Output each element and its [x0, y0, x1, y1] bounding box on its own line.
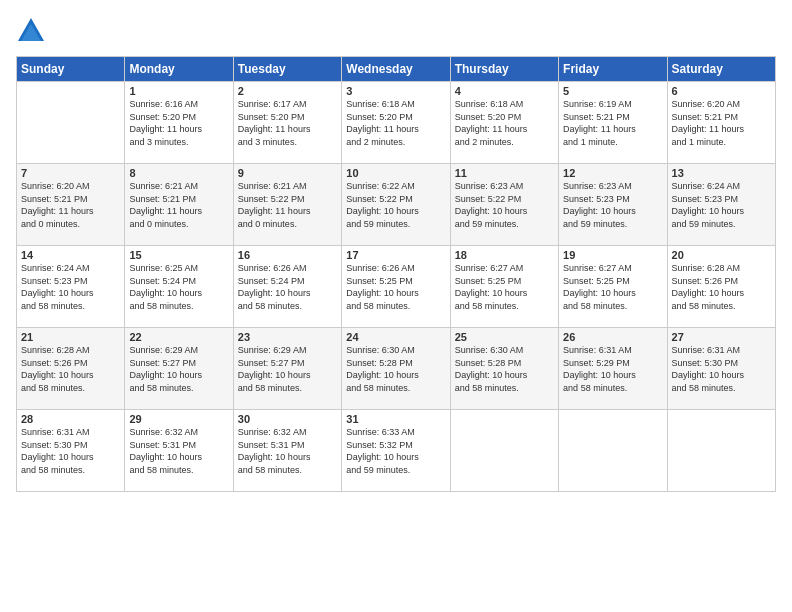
day-number: 20 [672, 249, 771, 261]
day-info: Sunrise: 6:20 AM Sunset: 5:21 PM Dayligh… [672, 98, 771, 148]
day-number: 14 [21, 249, 120, 261]
calendar-cell: 3Sunrise: 6:18 AM Sunset: 5:20 PM Daylig… [342, 82, 450, 164]
day-info: Sunrise: 6:21 AM Sunset: 5:21 PM Dayligh… [129, 180, 228, 230]
calendar-cell: 18Sunrise: 6:27 AM Sunset: 5:25 PM Dayli… [450, 246, 558, 328]
weekday-header-tuesday: Tuesday [233, 57, 341, 82]
week-row-5: 28Sunrise: 6:31 AM Sunset: 5:30 PM Dayli… [17, 410, 776, 492]
calendar-cell: 7Sunrise: 6:20 AM Sunset: 5:21 PM Daylig… [17, 164, 125, 246]
day-info: Sunrise: 6:28 AM Sunset: 5:26 PM Dayligh… [672, 262, 771, 312]
day-number: 28 [21, 413, 120, 425]
calendar-cell: 22Sunrise: 6:29 AM Sunset: 5:27 PM Dayli… [125, 328, 233, 410]
day-number: 4 [455, 85, 554, 97]
calendar-cell: 10Sunrise: 6:22 AM Sunset: 5:22 PM Dayli… [342, 164, 450, 246]
day-number: 19 [563, 249, 662, 261]
page: SundayMondayTuesdayWednesdayThursdayFrid… [0, 0, 792, 612]
weekday-header-saturday: Saturday [667, 57, 775, 82]
calendar-cell: 4Sunrise: 6:18 AM Sunset: 5:20 PM Daylig… [450, 82, 558, 164]
calendar-cell: 11Sunrise: 6:23 AM Sunset: 5:22 PM Dayli… [450, 164, 558, 246]
day-info: Sunrise: 6:16 AM Sunset: 5:20 PM Dayligh… [129, 98, 228, 148]
day-info: Sunrise: 6:26 AM Sunset: 5:24 PM Dayligh… [238, 262, 337, 312]
day-info: Sunrise: 6:33 AM Sunset: 5:32 PM Dayligh… [346, 426, 445, 476]
day-info: Sunrise: 6:31 AM Sunset: 5:30 PM Dayligh… [21, 426, 120, 476]
day-number: 5 [563, 85, 662, 97]
calendar-cell: 24Sunrise: 6:30 AM Sunset: 5:28 PM Dayli… [342, 328, 450, 410]
calendar-cell [450, 410, 558, 492]
calendar-cell [559, 410, 667, 492]
weekday-header-monday: Monday [125, 57, 233, 82]
calendar-cell: 8Sunrise: 6:21 AM Sunset: 5:21 PM Daylig… [125, 164, 233, 246]
day-number: 21 [21, 331, 120, 343]
calendar-cell [667, 410, 775, 492]
day-number: 24 [346, 331, 445, 343]
logo [16, 16, 50, 46]
day-number: 16 [238, 249, 337, 261]
weekday-header-sunday: Sunday [17, 57, 125, 82]
calendar-cell: 23Sunrise: 6:29 AM Sunset: 5:27 PM Dayli… [233, 328, 341, 410]
calendar-cell: 14Sunrise: 6:24 AM Sunset: 5:23 PM Dayli… [17, 246, 125, 328]
calendar-cell: 20Sunrise: 6:28 AM Sunset: 5:26 PM Dayli… [667, 246, 775, 328]
day-number: 3 [346, 85, 445, 97]
day-number: 22 [129, 331, 228, 343]
calendar-cell: 25Sunrise: 6:30 AM Sunset: 5:28 PM Dayli… [450, 328, 558, 410]
week-row-3: 14Sunrise: 6:24 AM Sunset: 5:23 PM Dayli… [17, 246, 776, 328]
calendar-cell: 5Sunrise: 6:19 AM Sunset: 5:21 PM Daylig… [559, 82, 667, 164]
calendar-cell: 6Sunrise: 6:20 AM Sunset: 5:21 PM Daylig… [667, 82, 775, 164]
weekday-header-thursday: Thursday [450, 57, 558, 82]
day-info: Sunrise: 6:31 AM Sunset: 5:30 PM Dayligh… [672, 344, 771, 394]
calendar-cell: 29Sunrise: 6:32 AM Sunset: 5:31 PM Dayli… [125, 410, 233, 492]
calendar-cell: 30Sunrise: 6:32 AM Sunset: 5:31 PM Dayli… [233, 410, 341, 492]
day-number: 23 [238, 331, 337, 343]
day-info: Sunrise: 6:32 AM Sunset: 5:31 PM Dayligh… [129, 426, 228, 476]
day-info: Sunrise: 6:19 AM Sunset: 5:21 PM Dayligh… [563, 98, 662, 148]
calendar-cell: 31Sunrise: 6:33 AM Sunset: 5:32 PM Dayli… [342, 410, 450, 492]
day-number: 17 [346, 249, 445, 261]
day-info: Sunrise: 6:24 AM Sunset: 5:23 PM Dayligh… [21, 262, 120, 312]
calendar-cell [17, 82, 125, 164]
day-number: 6 [672, 85, 771, 97]
calendar-table: SundayMondayTuesdayWednesdayThursdayFrid… [16, 56, 776, 492]
calendar-cell: 12Sunrise: 6:23 AM Sunset: 5:23 PM Dayli… [559, 164, 667, 246]
day-number: 29 [129, 413, 228, 425]
calendar-cell: 26Sunrise: 6:31 AM Sunset: 5:29 PM Dayli… [559, 328, 667, 410]
day-info: Sunrise: 6:30 AM Sunset: 5:28 PM Dayligh… [455, 344, 554, 394]
calendar-cell: 1Sunrise: 6:16 AM Sunset: 5:20 PM Daylig… [125, 82, 233, 164]
day-info: Sunrise: 6:27 AM Sunset: 5:25 PM Dayligh… [563, 262, 662, 312]
day-info: Sunrise: 6:28 AM Sunset: 5:26 PM Dayligh… [21, 344, 120, 394]
day-info: Sunrise: 6:23 AM Sunset: 5:22 PM Dayligh… [455, 180, 554, 230]
day-info: Sunrise: 6:20 AM Sunset: 5:21 PM Dayligh… [21, 180, 120, 230]
calendar-cell: 17Sunrise: 6:26 AM Sunset: 5:25 PM Dayli… [342, 246, 450, 328]
calendar-cell: 28Sunrise: 6:31 AM Sunset: 5:30 PM Dayli… [17, 410, 125, 492]
day-number: 1 [129, 85, 228, 97]
day-number: 11 [455, 167, 554, 179]
day-info: Sunrise: 6:26 AM Sunset: 5:25 PM Dayligh… [346, 262, 445, 312]
day-number: 30 [238, 413, 337, 425]
calendar-cell: 27Sunrise: 6:31 AM Sunset: 5:30 PM Dayli… [667, 328, 775, 410]
day-info: Sunrise: 6:18 AM Sunset: 5:20 PM Dayligh… [455, 98, 554, 148]
day-number: 2 [238, 85, 337, 97]
day-number: 25 [455, 331, 554, 343]
day-number: 13 [672, 167, 771, 179]
weekday-header-friday: Friday [559, 57, 667, 82]
day-info: Sunrise: 6:23 AM Sunset: 5:23 PM Dayligh… [563, 180, 662, 230]
calendar-cell: 13Sunrise: 6:24 AM Sunset: 5:23 PM Dayli… [667, 164, 775, 246]
calendar-cell: 15Sunrise: 6:25 AM Sunset: 5:24 PM Dayli… [125, 246, 233, 328]
weekday-header-row: SundayMondayTuesdayWednesdayThursdayFrid… [17, 57, 776, 82]
day-info: Sunrise: 6:21 AM Sunset: 5:22 PM Dayligh… [238, 180, 337, 230]
calendar-cell: 19Sunrise: 6:27 AM Sunset: 5:25 PM Dayli… [559, 246, 667, 328]
day-number: 10 [346, 167, 445, 179]
calendar-cell: 9Sunrise: 6:21 AM Sunset: 5:22 PM Daylig… [233, 164, 341, 246]
day-info: Sunrise: 6:17 AM Sunset: 5:20 PM Dayligh… [238, 98, 337, 148]
logo-icon [16, 16, 46, 46]
header [16, 16, 776, 46]
calendar-cell: 21Sunrise: 6:28 AM Sunset: 5:26 PM Dayli… [17, 328, 125, 410]
day-number: 31 [346, 413, 445, 425]
day-info: Sunrise: 6:22 AM Sunset: 5:22 PM Dayligh… [346, 180, 445, 230]
day-number: 15 [129, 249, 228, 261]
weekday-header-wednesday: Wednesday [342, 57, 450, 82]
day-info: Sunrise: 6:29 AM Sunset: 5:27 PM Dayligh… [129, 344, 228, 394]
day-number: 18 [455, 249, 554, 261]
week-row-4: 21Sunrise: 6:28 AM Sunset: 5:26 PM Dayli… [17, 328, 776, 410]
day-number: 26 [563, 331, 662, 343]
day-number: 9 [238, 167, 337, 179]
day-info: Sunrise: 6:24 AM Sunset: 5:23 PM Dayligh… [672, 180, 771, 230]
